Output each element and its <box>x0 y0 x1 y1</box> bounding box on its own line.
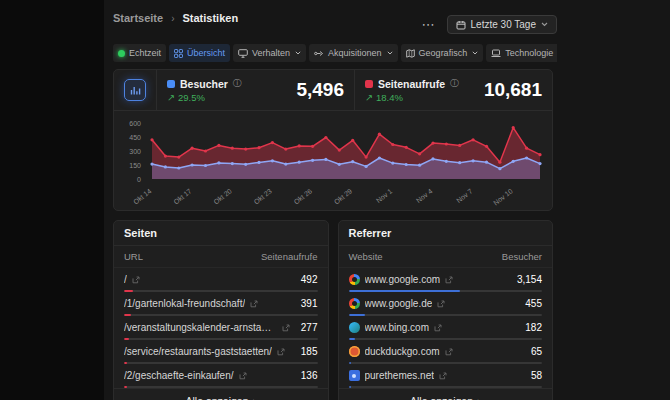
external-link-icon[interactable] <box>445 276 453 284</box>
chevron-down-icon <box>541 22 548 27</box>
table-row[interactable]: /1/gartenlokal-freundschaft/391 <box>124 292 318 316</box>
metric-change: 18.4% <box>376 92 403 103</box>
svg-text:Nov 4: Nov 4 <box>415 187 434 204</box>
trend-up-icon: ↗ <box>167 92 175 103</box>
panel-title: Seiten <box>114 221 328 246</box>
external-link-icon[interactable] <box>132 276 140 284</box>
metric-change: 29.5% <box>178 92 205 103</box>
tab-geografisch[interactable]: Geografisch <box>401 44 484 62</box>
external-link-icon[interactable] <box>434 324 442 332</box>
table-row[interactable]: www.google.com3,154 <box>349 268 543 292</box>
metric-label: Seitenaufrufe <box>378 78 445 90</box>
chevron-right-icon: › <box>253 395 257 400</box>
show-all-label: Alle anzeigen <box>410 395 473 400</box>
external-link-icon[interactable] <box>250 300 258 308</box>
monitor-icon <box>238 49 248 58</box>
row-label: / <box>124 274 127 285</box>
svg-text:0: 0 <box>137 176 141 183</box>
chevron-down-icon <box>472 51 478 55</box>
row-value: 65 <box>525 346 542 357</box>
metric-besucher[interactable]: Besucher ⓘ ↗ 29.5% 5,496 <box>157 70 354 110</box>
external-link-icon[interactable] <box>437 300 445 308</box>
row-label: www.google.de <box>365 298 433 309</box>
svg-text:450: 450 <box>129 134 141 141</box>
tab-label: Echtzeit <box>129 48 161 58</box>
svg-text:Okt 26: Okt 26 <box>293 187 314 205</box>
breadcrumb-current: Statistiken <box>182 12 238 24</box>
metric-value: 5,496 <box>296 79 344 101</box>
tab-label: Verhalten <box>252 48 290 58</box>
google-favicon-icon <box>349 298 360 309</box>
info-icon[interactable]: ⓘ <box>233 77 242 90</box>
column-headers: URL Seitenaufrufe <box>114 246 328 268</box>
referrer-show-all-link[interactable]: Alle anzeigen› <box>339 388 553 400</box>
purethemes-favicon-icon <box>349 370 360 381</box>
metrics-icon-cell[interactable] <box>114 70 157 110</box>
table-row[interactable]: /veranstaltungskalender-arnstadt-highlig… <box>124 316 318 340</box>
svg-text:Okt 14: Okt 14 <box>132 187 153 205</box>
pages-show-all-link[interactable]: Alle anzeigen› <box>114 388 328 400</box>
trend-up-icon: ↗ <box>365 92 373 103</box>
svg-text:Nov 1: Nov 1 <box>375 187 394 204</box>
breadcrumb-home-link[interactable]: Startseite <box>113 12 163 24</box>
tab-echtzeit[interactable]: Echtzeit <box>113 44 166 62</box>
tab-bersicht[interactable]: Übersicht <box>169 44 230 62</box>
row-label: /1/gartenlokal-freundschaft/ <box>124 298 245 309</box>
svg-text:300: 300 <box>129 148 141 155</box>
tab-akquisitionen[interactable]: Akquisitionen <box>309 44 398 62</box>
bing-favicon-icon <box>349 322 360 333</box>
row-value: 182 <box>519 322 542 333</box>
row-value: 455 <box>519 298 542 309</box>
table-row[interactable]: www.google.de455 <box>349 292 543 316</box>
column-website: Website <box>349 251 383 262</box>
svg-text:Okt 17: Okt 17 <box>172 187 193 205</box>
metric-seitenaufrufe[interactable]: Seitenaufrufe ⓘ ↗ 18.4% 10,681 <box>354 70 552 110</box>
svg-text:150: 150 <box>129 162 141 169</box>
column-seitenaufrufe: Seitenaufrufe <box>261 251 318 262</box>
tab-verhalten[interactable]: Verhalten <box>233 44 306 62</box>
info-icon[interactable]: ⓘ <box>450 77 459 90</box>
breadcrumb: Startseite › Statistiken <box>113 8 238 24</box>
tab-label: Übersicht <box>187 48 225 58</box>
date-range-button[interactable]: Letzte 30 Tage <box>447 15 557 34</box>
column-headers: Website Besucher <box>339 246 553 268</box>
row-value: 185 <box>295 346 318 357</box>
external-link-icon[interactable] <box>277 348 285 356</box>
metric-label: Besucher <box>180 78 228 90</box>
devices-icon <box>491 49 501 58</box>
tab-technologie[interactable]: Technologie <box>486 44 557 62</box>
tab-label: Technologie <box>505 48 553 58</box>
overview-chart-area: 0150300450600Okt 14Okt 17Okt 20Okt 23Okt… <box>114 111 552 210</box>
row-label: /2/geschaefte-einkaufen/ <box>124 370 234 381</box>
live-dot <box>118 50 125 57</box>
toolbar: ⋯ Letzte 30 Tage <box>422 15 557 34</box>
external-link-icon[interactable] <box>445 348 453 356</box>
breadcrumb-separator-icon: › <box>171 13 174 24</box>
chevron-right-icon: › <box>477 395 481 400</box>
table-row[interactable]: /492 <box>124 268 318 292</box>
row-value: 391 <box>295 298 318 309</box>
table-row[interactable]: duckduckgo.com65 <box>349 340 543 364</box>
metric-value: 10,681 <box>484 79 542 101</box>
table-row[interactable]: /service/restaurants-gaststaetten/185 <box>124 340 318 364</box>
external-link-icon[interactable] <box>439 372 447 380</box>
row-value: 492 <box>295 274 318 285</box>
referrer-rows: www.google.com3,154www.google.de455www.b… <box>339 268 553 388</box>
table-row[interactable]: purethemes.net58 <box>349 364 543 388</box>
table-row[interactable]: www.bing.com182 <box>349 316 543 340</box>
external-link-icon[interactable] <box>239 372 247 380</box>
svg-text:Nov 7: Nov 7 <box>455 187 474 204</box>
chevron-down-icon <box>387 51 393 55</box>
row-label: www.google.com <box>365 274 441 285</box>
row-value: 136 <box>295 370 318 381</box>
besucher-swatch <box>167 80 175 88</box>
date-range-label: Letzte 30 Tage <box>471 19 536 30</box>
tab-label: Akquisitionen <box>328 48 382 58</box>
more-options-button[interactable]: ⋯ <box>422 20 435 30</box>
content-background: Startseite › Statistiken ⋯ Letzte 30 Tag… <box>104 0 670 400</box>
row-label: /veranstaltungskalender-arnstadt-highlig… <box>124 322 277 333</box>
panel-title: Referrer <box>339 221 553 246</box>
svg-text:Okt 20: Okt 20 <box>212 187 233 205</box>
table-row[interactable]: /2/geschaefte-einkaufen/136 <box>124 364 318 388</box>
external-link-icon[interactable] <box>282 324 290 332</box>
